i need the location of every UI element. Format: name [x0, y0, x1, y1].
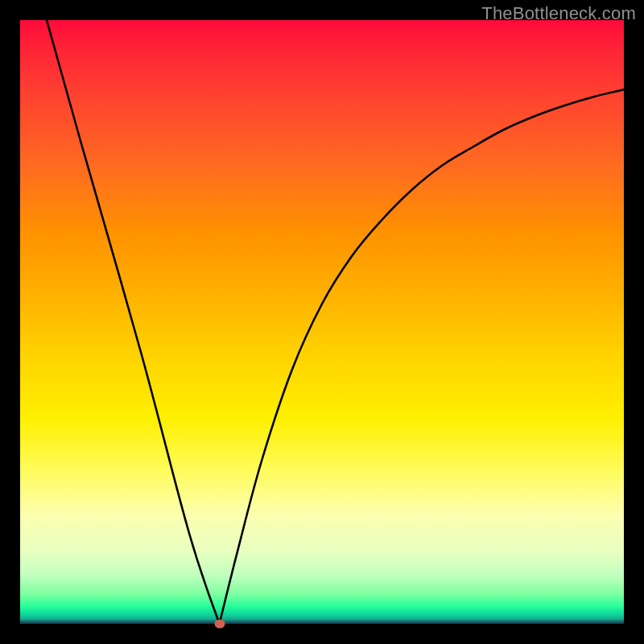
- curve-right-branch: [220, 89, 625, 624]
- chart-curve-layer: [20, 20, 624, 624]
- curve-left-branch: [39, 20, 220, 624]
- min-point-marker: [214, 620, 225, 629]
- chart-plot-area: [20, 20, 624, 624]
